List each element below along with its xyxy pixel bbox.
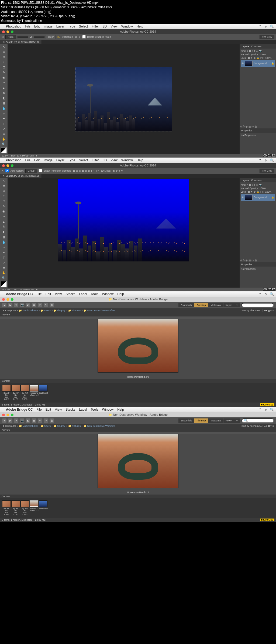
- reveal-button[interactable]: ▼: [14, 418, 18, 423]
- type-tool[interactable]: T: [1, 122, 7, 126]
- heal-tool[interactable]: ◉: [1, 76, 7, 80]
- menu-app[interactable]: Adobe Bridge CC: [6, 292, 33, 296]
- marquee-tool[interactable]: ▭: [1, 184, 7, 188]
- menu-stacks[interactable]: Stacks: [65, 408, 75, 411]
- search-input[interactable]: [242, 303, 274, 307]
- image-canvas[interactable]: [58, 179, 189, 261]
- align-icons[interactable]: ▦ ▤ ▥ ▦ ▧ ▨ | ↔ ↕ ≡: [73, 169, 99, 172]
- thumbnail[interactable]: By Jeff Nelson 1.JPG: [2, 385, 11, 400]
- menu-view[interactable]: View: [111, 158, 118, 162]
- user-dropdown[interactable]: Tim Grey: [260, 169, 274, 173]
- menu-view[interactable]: View: [55, 408, 62, 411]
- nav-forward-button[interactable]: ▶: [8, 303, 12, 307]
- lasso-tool[interactable]: ⊙: [1, 55, 7, 59]
- menu-help[interactable]: Help: [117, 292, 124, 296]
- content-panel-header[interactable]: Content: [0, 379, 276, 383]
- menu-window[interactable]: Window: [102, 408, 114, 411]
- image-canvas[interactable]: [75, 67, 172, 131]
- doc-info[interactable]: Doc: 114.2M/95.3M: [13, 288, 34, 291]
- path-segment[interactable]: 📁 Macintosh HD: [19, 425, 38, 427]
- wifi-icon[interactable]: ⌃: [259, 25, 261, 28]
- thumbnail-selected[interactable]: HorseshowBend.cr2: [30, 500, 38, 516]
- path-segment[interactable]: 📁 Non-Destructive Workflow: [84, 309, 115, 312]
- tab-filmstrip[interactable]: Filmstrip: [194, 303, 208, 307]
- menu-window[interactable]: Window: [121, 158, 133, 162]
- overlay-icon[interactable]: ⊞: [75, 36, 77, 38]
- refine-button[interactable]: ◐: [26, 418, 30, 423]
- user-dropdown[interactable]: Tim Grey: [260, 35, 274, 39]
- canvas-area[interactable]: [8, 44, 240, 154]
- search-input[interactable]: [242, 418, 274, 423]
- menu-type[interactable]: Type: [68, 25, 75, 28]
- window-controls[interactable]: [1, 29, 15, 34]
- ratio-w-input[interactable]: [18, 36, 28, 38]
- sort-dropdown[interactable]: Sort by Filename ▴ | ★▾ ▦▾ ≡: [242, 425, 274, 427]
- menu-stacks[interactable]: Stacks: [65, 292, 75, 296]
- menu-edit[interactable]: Edit: [34, 158, 40, 162]
- menu-view[interactable]: View: [111, 25, 118, 28]
- group-dropdown[interactable]: Group: [25, 169, 37, 173]
- menu-edit[interactable]: Edit: [34, 25, 40, 28]
- wand-tool[interactable]: ✦: [1, 60, 7, 64]
- blend-mode-dropdown[interactable]: Normal: [241, 53, 249, 56]
- background-layer[interactable]: 👁 Background 🔒: [241, 194, 275, 201]
- dodge-tool[interactable]: ○: [1, 111, 7, 116]
- rotate-cw-button[interactable]: ↷: [44, 418, 48, 423]
- move-tool[interactable]: ↖: [1, 45, 7, 49]
- blur-tool[interactable]: 💧: [1, 106, 7, 111]
- blur-tool[interactable]: 💧: [1, 240, 7, 244]
- menu-file[interactable]: File: [25, 25, 30, 28]
- lasso-tool[interactable]: ⊙: [1, 189, 7, 193]
- canvas-area[interactable]: [8, 178, 240, 288]
- visibility-icon[interactable]: 👁: [242, 196, 244, 199]
- eyedropper-tool[interactable]: ✎: [1, 70, 7, 75]
- open-button[interactable]: ▣: [32, 303, 36, 307]
- tab-metadata[interactable]: Metadata: [208, 418, 223, 423]
- path-segment[interactable]: 🖥 Computer: [2, 309, 16, 312]
- open-button[interactable]: ▣: [32, 418, 36, 423]
- status-icon[interactable]: ⎋: [265, 292, 267, 296]
- shape-tool[interactable]: ▭: [1, 266, 7, 270]
- menu-file[interactable]: File: [25, 158, 30, 162]
- camera-button[interactable]: 📷: [20, 418, 24, 423]
- menu-tools[interactable]: Tools: [91, 292, 98, 296]
- spotlight-icon[interactable]: 🔍: [270, 25, 274, 28]
- ratio-dropdown[interactable]: Ratio: [5, 35, 16, 39]
- menu-filter[interactable]: Filter: [92, 25, 99, 28]
- thumbnail[interactable]: By Jeff Nelson 3.JPG: [20, 385, 29, 400]
- filter-kind-dropdown[interactable]: Kind: [241, 50, 246, 52]
- shape-tool[interactable]: ▭: [1, 132, 7, 136]
- menu-edit[interactable]: Edit: [46, 408, 51, 411]
- tab-filmstrip[interactable]: Filmstrip: [194, 418, 208, 423]
- menu-app[interactable]: Adobe Bridge CC: [6, 408, 33, 411]
- thumbnail[interactable]: Seattle.cr2: [39, 385, 47, 400]
- path-segment[interactable]: 📁 Pictures: [68, 309, 81, 312]
- stamp-tool[interactable]: ▲: [1, 86, 7, 90]
- straighten-icon[interactable]: 📐: [57, 36, 60, 38]
- sort-dropdown[interactable]: Sort by Filename ▴ | ★▾ ▦▾ ≡: [242, 309, 274, 312]
- tab-more[interactable]: ▾: [234, 303, 240, 307]
- crop-tool-icon[interactable]: ⊡: [2, 36, 4, 38]
- menu-filter[interactable]: Filter: [92, 158, 99, 162]
- hand-tool[interactable]: ✋: [1, 271, 7, 275]
- zoom-tool[interactable]: 🔍: [1, 142, 7, 146]
- preview-panel-header[interactable]: Preview: [0, 428, 276, 432]
- spotlight-icon[interactable]: 🔍: [270, 158, 274, 162]
- gradient-tool[interactable]: ▦: [1, 101, 7, 105]
- layers-tab[interactable]: Layers: [242, 179, 249, 182]
- wifi-icon[interactable]: ⌃: [259, 158, 261, 162]
- wand-tool[interactable]: ✦: [1, 194, 7, 198]
- path-tool[interactable]: ↗: [1, 261, 7, 265]
- tab-more[interactable]: ▾: [234, 418, 240, 423]
- eyedropper-tool[interactable]: ✎: [1, 204, 7, 209]
- menu-tools[interactable]: Tools: [91, 408, 98, 411]
- wifi-icon[interactable]: ⌃: [259, 292, 261, 296]
- window-controls[interactable]: [1, 163, 15, 168]
- nav-back-button[interactable]: ◀: [2, 303, 6, 307]
- thumbnail[interactable]: By Jeff Nelson 2.JPG: [11, 385, 20, 400]
- preview-image[interactable]: [98, 434, 178, 488]
- eraser-tool[interactable]: ◧: [1, 230, 7, 234]
- doc-info[interactable]: Doc: 114.2M/114.2M: [11, 154, 34, 157]
- menu-edit[interactable]: Edit: [46, 292, 51, 296]
- stamp-tool[interactable]: ▲: [1, 220, 7, 224]
